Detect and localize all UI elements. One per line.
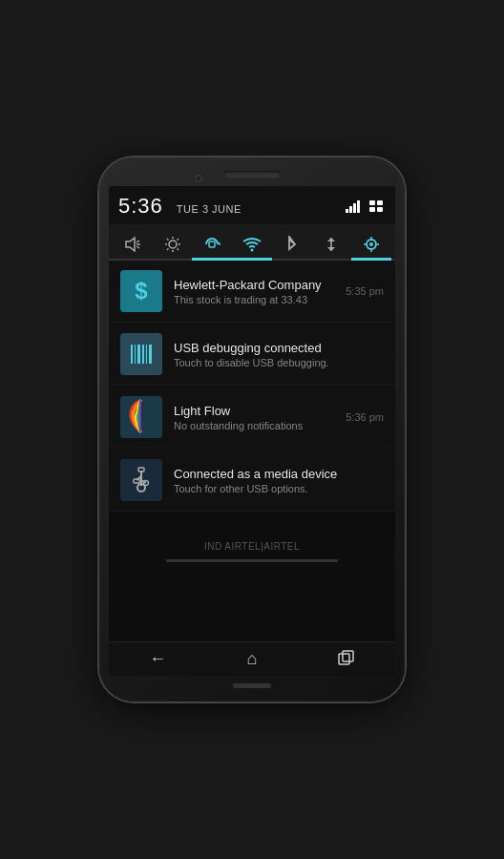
quick-settings-bar [109,224,395,261]
stock-content: Hewlett-Packard Company This stock is tr… [174,278,338,305]
stock-text: This stock is trading at 33.43 [174,294,338,305]
phone-device: 5:36 TUE 3 JUNE [99,157,405,702]
svg-point-12 [169,241,177,248]
stock-icon-wrap: $ [120,270,162,312]
qs-volume[interactable] [113,232,153,259]
svg-rect-38 [149,345,152,364]
notification-lightflow[interactable]: Light Flow No outstanding notifications … [109,387,395,449]
svg-line-17 [167,239,169,241]
svg-rect-46 [339,654,349,664]
status-bar: 5:36 TUE 3 JUNE [109,186,395,224]
svg-rect-4 [369,200,375,205]
qs-rotate[interactable] [192,232,232,259]
svg-rect-33 [131,345,133,364]
usb-media-text: Touch for other USB options. [174,483,384,494]
home-button[interactable]: ⌂ [247,649,258,669]
data-icon [321,236,342,253]
nav-bar: ← ⌂ [109,641,395,676]
barcode-icon-wrap [120,333,162,375]
svg-rect-2 [353,203,356,213]
svg-line-11 [136,246,139,248]
svg-line-19 [177,239,178,241]
recent-button[interactable] [338,650,355,669]
phone-screen: 5:36 TUE 3 JUNE [109,186,395,676]
qs-wifi[interactable] [232,232,272,259]
svg-marker-8 [126,238,135,251]
usb-media-title: Connected as a media device [174,467,384,481]
lightflow-text: No outstanding notifications [174,420,338,431]
svg-rect-7 [377,207,383,212]
dollar-icon: $ [135,278,147,304]
bluetooth-icon [282,236,303,253]
wifi-icon [242,236,262,253]
status-date: TUE 3 JUNE [177,203,242,215]
usb-icon [130,467,153,493]
notification-stock[interactable]: $ Hewlett-Packard Company This stock is … [109,261,395,323]
usb-media-content: Connected as a media device Touch for ot… [174,467,384,494]
svg-point-28 [369,242,373,246]
svg-rect-5 [377,200,383,205]
svg-rect-1 [349,206,352,213]
stock-title: Hewlett-Packard Company [174,278,338,292]
qs-bluetooth[interactable] [272,232,312,259]
bottom-area: IND AIRTEL|AIRTEL [109,513,395,576]
svg-marker-26 [327,247,335,251]
recent-icon [338,650,355,665]
phone-speaker [223,171,281,178]
barcode-icon [128,341,155,367]
lightflow-icon [126,399,157,435]
svg-rect-6 [369,207,375,212]
usb-icon-wrap [120,459,162,501]
qs-location[interactable] [351,232,391,259]
svg-rect-37 [146,345,147,364]
svg-point-23 [251,249,254,252]
location-icon [361,236,382,253]
svg-rect-42 [134,479,139,483]
contacts-icon [368,199,386,213]
volume-icon [122,236,143,253]
svg-line-9 [136,241,139,242]
lightflow-time: 5:36 pm [346,411,384,423]
svg-rect-45 [138,468,144,471]
svg-rect-35 [137,345,140,364]
carrier-text: IND AIRTEL|AIRTEL [204,541,300,552]
svg-rect-34 [135,345,136,364]
phone-camera [195,175,202,182]
brightness-icon [162,236,183,253]
notification-usb-debug[interactable]: USB debugging connected Touch to disable… [109,324,395,386]
lightflow-title: Light Flow [174,404,338,418]
svg-rect-22 [209,241,215,247]
notification-usb-media[interactable]: Connected as a media device Touch for ot… [109,450,395,512]
status-icons [346,199,386,213]
lightflow-content: Light Flow No outstanding notifications [174,404,338,431]
home-indicator [233,683,271,688]
status-time: 5:36 [118,194,163,219]
svg-rect-36 [142,345,144,364]
svg-line-20 [167,249,169,251]
rotate-icon [201,236,222,253]
qs-data[interactable] [312,232,352,259]
svg-rect-47 [343,651,353,661]
drag-handle[interactable] [166,559,338,562]
notifications-area: $ Hewlett-Packard Company This stock is … [109,261,395,641]
svg-rect-3 [357,200,360,213]
qs-brightness[interactable] [153,232,193,259]
usb-debug-text: Touch to disable USB debugging. [174,357,384,368]
svg-rect-0 [346,209,348,213]
back-button[interactable]: ← [149,649,166,669]
svg-marker-25 [327,238,335,241]
usb-debug-content: USB debugging connected Touch to disable… [174,341,384,368]
usb-debug-title: USB debugging connected [174,341,384,355]
signal-icon [346,199,363,213]
svg-line-18 [177,249,178,251]
stock-time: 5:35 pm [346,285,384,297]
lightflow-icon-wrap [120,396,162,438]
